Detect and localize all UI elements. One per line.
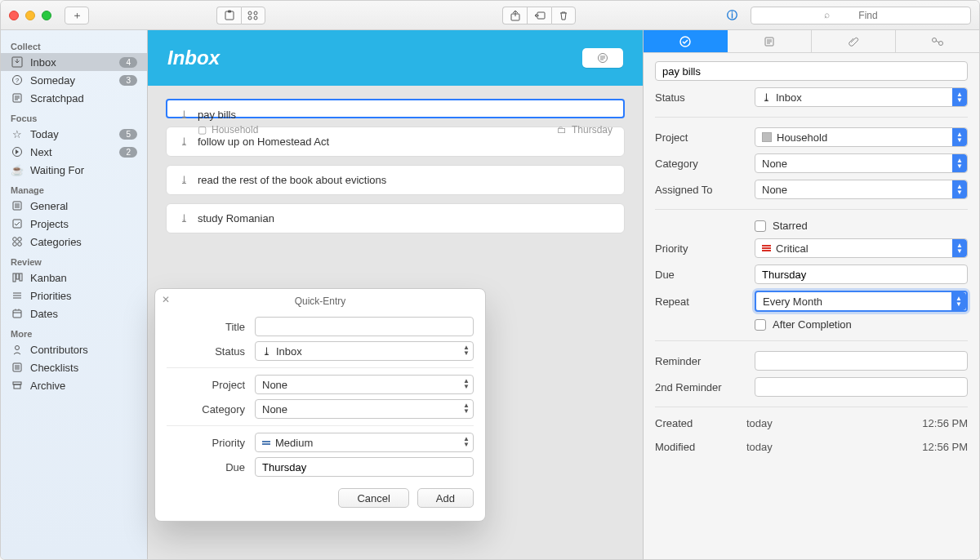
sidebar-item-priorities[interactable]: Priorities [1,287,147,304]
tab-attachments[interactable] [812,30,896,52]
task-title: follow up on Homestead Act [198,136,329,148]
stepper-icon: ▲▼ [952,180,967,198]
info-icon[interactable]: ⓘ [719,7,744,24]
priority-select[interactable]: Critical▲▼ [755,238,968,258]
svg-point-2 [248,11,252,15]
categories-icon [11,235,24,248]
sidebar-item-label: Kanban [30,272,137,284]
field-label: Modified [655,441,746,453]
second-reminder-input[interactable] [755,377,968,397]
sidebar-item-label: General [30,200,137,212]
sidebar-item-label: Inbox [30,56,113,69]
sidebar-item-checklists[interactable]: Checklists [1,358,147,376]
sidebar-item-dates[interactable]: Dates [1,304,147,322]
minimize-window-icon[interactable] [25,11,35,20]
svg-point-5 [254,16,257,20]
svg-point-17 [13,242,17,247]
sidebar-item-waiting[interactable]: ☕Waiting For [1,161,147,179]
task-row[interactable]: ⤓study Romanian [166,203,625,233]
select-value: None [262,403,287,416]
field-label: Status [655,91,746,104]
sidebar-item-label: Categories [30,236,137,248]
status-select[interactable]: ⤓Inbox▲▼ [755,87,968,107]
category-select[interactable]: None▲▼ [755,153,968,173]
field-label: Title [167,321,245,333]
svg-point-15 [13,238,17,242]
qe-category-select[interactable]: None▲▼ [255,399,474,419]
sidebar-item-kanban[interactable]: Kanban [1,269,147,287]
clipboard-icon[interactable] [216,7,241,24]
sidebar-item-inbox[interactable]: Inbox4 [1,53,147,71]
due-input[interactable] [755,264,968,284]
project-select[interactable]: Household▲▼ [755,127,968,147]
sidebar-item-label: Contributors [30,344,137,356]
action-group [502,7,576,24]
tab-details[interactable] [644,30,728,52]
qe-title-input[interactable] [255,317,474,336]
checklist-icon [11,361,24,374]
sidebar-item-projects[interactable]: Projects [1,215,147,233]
field-label: After Completion [773,318,852,331]
inbox-icon: ⤓ [262,345,271,358]
stepper-icon: ▲▼ [952,88,967,106]
grid-icon[interactable] [241,7,265,24]
field-label: Due [655,269,746,281]
color-swatch-icon [762,132,772,142]
close-icon[interactable]: ✕ [162,294,170,305]
stepper-icon: ▲▼ [952,239,967,257]
cup-icon: ☕ [11,163,24,176]
svg-rect-19 [13,273,16,282]
sidebar-item-archive[interactable]: Archive [1,376,147,394]
sidebar-item-next[interactable]: Next2 [1,143,147,161]
main-header: Inbox [148,30,643,86]
inspector-panel: Status⤓Inbox▲▼ ProjectHousehold▲▼ Catego… [643,30,979,559]
qe-status-select[interactable]: ⤓Inbox▲▼ [255,341,474,361]
after-completion-checkbox[interactable] [755,319,766,331]
badge: 4 [119,57,137,68]
reminder-input[interactable] [755,351,968,371]
task-row[interactable]: ⤓ pay bills ▢Household 🗀Thursday [166,99,625,118]
field-label: 2nd Reminder [655,381,746,393]
stepper-icon: ▲▼ [951,292,966,310]
sidebar-item-someday[interactable]: ?Someday3 [1,71,147,89]
task-title-input[interactable] [655,61,968,81]
medium-icon [262,441,270,445]
new-task-button[interactable]: ＋ [65,7,89,24]
sidebar-item-scratchpad[interactable]: Scratchpad [1,89,147,107]
field-label: Starred [773,220,808,232]
qe-due-input[interactable] [255,457,474,477]
tab-links[interactable] [896,30,979,52]
sidebar-item-label: Priorities [30,290,137,302]
svg-point-31 [939,41,943,45]
select-value: Critical [776,242,808,255]
task-due: Thursday [572,124,612,136]
tab-notes[interactable] [728,30,812,52]
add-button[interactable]: Add [417,488,474,508]
select-value: None [262,379,287,391]
trash-icon[interactable] [551,7,576,24]
search-input[interactable] [751,7,971,24]
task-row[interactable]: ⤓read the rest of the book about evictio… [166,165,625,195]
sidebar-item-categories[interactable]: Categories [1,233,147,251]
sidebar-item-label: Someday [30,74,113,87]
sidebar-item-today[interactable]: ☆Today5 [1,125,147,143]
svg-point-18 [18,242,22,247]
repeat-select[interactable]: Every Month▲▼ [755,291,968,312]
sidebar-item-contributors[interactable]: Contributors [1,340,147,358]
close-window-icon[interactable] [9,11,19,20]
badge: 2 [119,147,137,158]
sidebar-item-general[interactable]: General [1,197,147,215]
share-icon[interactable] [502,7,527,24]
person-icon [11,343,24,356]
assigned-select[interactable]: None▲▼ [755,180,968,199]
sort-button[interactable] [582,48,623,68]
inbox-icon: ⤓ [178,212,189,224]
qe-priority-select[interactable]: Medium▲▼ [255,433,474,452]
inbox-icon: ⤓ [178,109,189,121]
sidebar-heading-collect: Collect [1,35,147,53]
qe-project-select[interactable]: None▲▼ [255,375,474,394]
starred-checkbox[interactable] [755,220,766,232]
zoom-window-icon[interactable] [42,11,51,20]
cancel-button[interactable]: Cancel [338,488,408,508]
move-icon[interactable] [527,7,551,24]
